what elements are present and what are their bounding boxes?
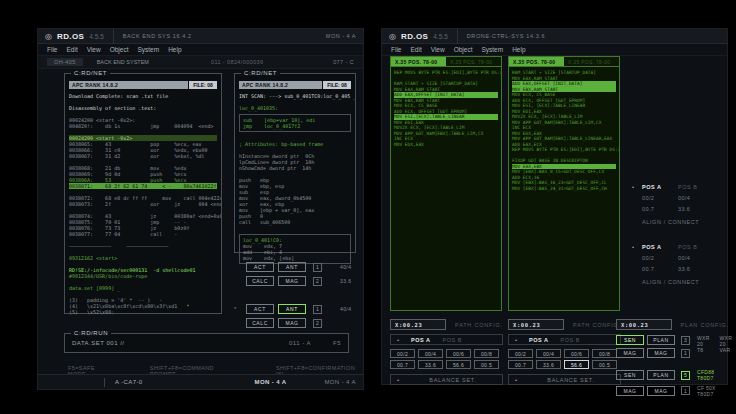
coordinate-input[interactable]: X:00.23 — [390, 319, 446, 330]
value-cell[interactable]: 00.7 — [390, 360, 415, 369]
code-line: jmp loc_0_4017f2 — [243, 123, 347, 129]
mag-button[interactable]: MAG — [616, 348, 644, 358]
wxr-info-2: WXR 20 VAR — [720, 335, 733, 358]
act-button[interactable]: ACT — [246, 262, 274, 272]
value-cell[interactable]: 00/8 — [474, 349, 499, 358]
net-window-a: C:RD/NET APC RANK 14.8.2 FILE: 08 Downlo… — [64, 73, 222, 314]
bullet-icon: • — [397, 377, 400, 383]
tab-right-code: 077 - C — [333, 59, 354, 65]
value-cell[interactable]: 00/2 — [390, 349, 415, 358]
path-config-label: PATH CONFIG. — [573, 322, 621, 328]
menu-system[interactable]: System — [481, 46, 503, 53]
net-a-title: C:RD/NET — [71, 70, 110, 76]
menu-help[interactable]: Help — [168, 46, 181, 53]
menu-system[interactable]: System — [137, 46, 159, 53]
balance-set-button[interactable]: • BALANCE SET. — [390, 374, 503, 385]
menu-file[interactable]: File — [47, 46, 57, 53]
menu-file[interactable]: File — [391, 46, 401, 53]
control-group-1: ACT ANT 1 CALC MAG 2 40/4 33.6 — [246, 262, 376, 290]
pos-a-label[interactable]: POS A — [642, 184, 678, 190]
pos-b-label[interactable]: POS B — [678, 184, 728, 190]
panel-b-header-active[interactable]: X.35 POS. 78-00 — [509, 57, 564, 66]
window-subtitle: DRONE-CTRL-SYS 14.3.6 — [467, 33, 545, 39]
pos-value: 00/4 — [678, 255, 728, 261]
menu-edit[interactable]: Edit — [66, 46, 77, 53]
pos-selector-bar[interactable]: • POS A POS B — [390, 334, 503, 345]
pos-group-1: • POS A POS B 00/2 00/4 00.7 33.6 ALIGN … — [632, 184, 728, 225]
slot-button-selected[interactable]: 5 — [681, 371, 690, 380]
mag-button[interactable]: MAG — [616, 386, 644, 396]
mag-button[interactable]: MAG — [278, 276, 306, 286]
pos-b-tab[interactable]: POS B — [443, 337, 462, 343]
slot-button[interactable]: 3 — [681, 336, 690, 345]
value-cell[interactable]: 00/8 — [592, 349, 617, 358]
gear-icon: ◎ — [45, 29, 52, 44]
value-cell[interactable]: 00/4 — [418, 349, 443, 358]
align-connect-button[interactable]: ALIGN / CONNECT — [642, 219, 728, 225]
value-cell[interactable]: 56.6 — [446, 360, 471, 369]
left-tabbar: OH-405 BACK END SYSTEM 011 - 0824/000039… — [38, 56, 363, 69]
pos-selector-bar[interactable]: • POS A POS B — [508, 334, 621, 345]
slot-1-button[interactable]: 1 — [313, 305, 322, 314]
pos-b-label[interactable]: POS B — [678, 244, 728, 250]
value-cell[interactable]: 00/4 — [536, 349, 561, 358]
code-line: REP MOVS BYTE PTR ES:[EDI],BYTE PTR DS:[… — [394, 70, 498, 76]
sen-button[interactable]: SEN — [616, 370, 644, 380]
value-cell[interactable]: 00.5 — [474, 360, 499, 369]
pos-a-label[interactable]: POS A — [642, 244, 678, 250]
align-connect-button[interactable]: ALIGN / CONNECT — [642, 279, 728, 285]
tab-oh405[interactable]: OH-405 — [47, 58, 83, 66]
value-cell[interactable]: 00.5 — [592, 360, 617, 369]
run-status: 011 - A — [289, 340, 311, 346]
panel-b-header-inactive[interactable]: X.35 POS. 78-00 — [564, 57, 619, 66]
value-cell[interactable]: 00/6 — [446, 349, 471, 358]
panel-a-header-active[interactable]: X.35 POS. 78-00 — [391, 57, 446, 66]
value-cell[interactable]: 33.6 — [536, 360, 561, 369]
act-button[interactable]: ACT — [246, 304, 274, 314]
slot-2-button[interactable]: 2 — [313, 277, 322, 286]
status-cat-label: A -CA7-0 — [115, 379, 143, 385]
coordinate-input[interactable]: X:00.23 — [616, 319, 672, 330]
menu-object[interactable]: Object — [454, 46, 473, 53]
slot-button[interactable]: 1 — [681, 349, 690, 358]
slot-button[interactable]: 1 — [681, 386, 690, 395]
backend-window: ◎ RD.OS 4.5.5 BACK END SYS 16.4.2 MON - … — [37, 28, 364, 390]
plan-button[interactable]: PLAN — [647, 335, 675, 345]
menu-view[interactable]: View — [87, 46, 101, 53]
sen-button-selected[interactable]: SEN — [616, 335, 644, 345]
coordinate-input[interactable]: X:00.23 — [508, 319, 564, 330]
value-cell[interactable]: 00/2 — [508, 349, 533, 358]
ant-button[interactable]: ANT — [278, 262, 306, 272]
menu-edit[interactable]: Edit — [410, 46, 421, 53]
value-grid: 00/200/400/600/800.733.656.600.5 — [508, 349, 621, 369]
balance-set-button[interactable]: • BALANCE SET. — [508, 374, 621, 385]
right-titlebar: ◎ RD.OS 4.5.5 DRONE-CTRL-SYS 14.3.6 — [382, 29, 727, 44]
pos-b-tab[interactable]: POS B — [561, 337, 580, 343]
value-cell[interactable]: 56.6 — [564, 360, 589, 369]
panel-a-header-inactive[interactable]: X.35 POS. 78-00 — [446, 57, 501, 66]
calc-button[interactable]: CALC — [246, 318, 274, 328]
pos-a-tab[interactable]: POS A — [529, 337, 548, 343]
slot-1-button[interactable]: 1 — [313, 263, 322, 272]
mag-button[interactable]: MAG — [278, 318, 306, 328]
status-divider — [104, 378, 105, 387]
session-id: 011 - 0824/000039 — [211, 59, 264, 65]
slot-2-button[interactable]: 2 — [313, 319, 322, 328]
value-cell[interactable]: 33.6 — [418, 360, 443, 369]
ant-button-selected[interactable]: ANT — [278, 304, 306, 314]
plan-button[interactable]: PLAN — [647, 370, 675, 380]
menu-view[interactable]: View — [431, 46, 445, 53]
pos-value: 00.7 — [642, 206, 678, 212]
menu-object[interactable]: Object — [110, 46, 129, 53]
mag-button[interactable]: MAG — [647, 348, 675, 358]
value-cell[interactable]: 00/6 — [564, 349, 589, 358]
menu-help[interactable]: Help — [512, 46, 525, 53]
wxr-info-1: WXR 20 T8 — [697, 335, 710, 358]
pos-value: 33.6 — [678, 206, 728, 212]
pos-a-tab[interactable]: POS A — [411, 337, 430, 343]
value-cell[interactable]: 00.7 — [508, 360, 533, 369]
mag-button[interactable]: MAG — [647, 386, 675, 396]
file-label: FILE: 08 — [323, 81, 351, 89]
plan-config: X:00.23 PLAN CONFIG. SEN PLAN 3 MAG MAG … — [616, 319, 729, 397]
calc-button[interactable]: CALC — [246, 276, 274, 286]
